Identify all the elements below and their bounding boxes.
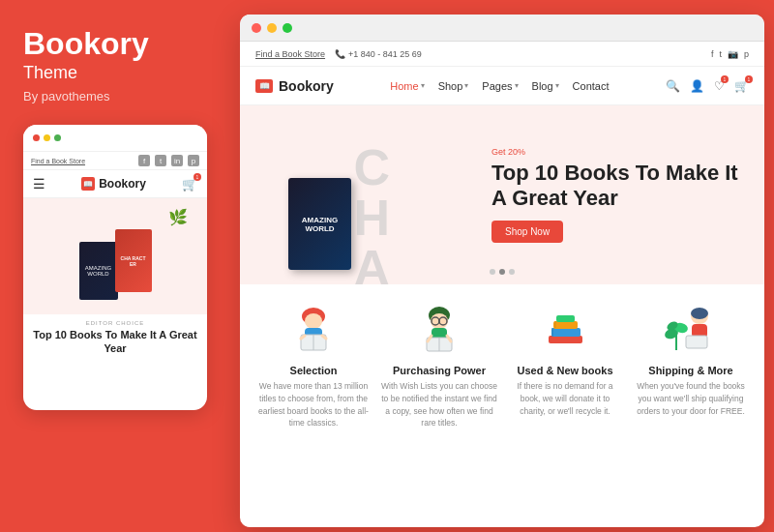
mobile-instagram-icon: in bbox=[171, 155, 183, 166]
website-find-link[interactable]: Find a Book Store bbox=[255, 49, 325, 59]
website-logo-text: Bookory bbox=[279, 78, 334, 94]
nav-pages[interactable]: Pages ▾ bbox=[482, 80, 518, 92]
hero-dot-1[interactable] bbox=[490, 269, 495, 275]
instagram-icon[interactable]: 📷 bbox=[728, 49, 738, 59]
search-icon[interactable]: 🔍 bbox=[666, 79, 680, 93]
features-section: Selection We have more than 13 million t… bbox=[240, 284, 764, 449]
mobile-logo: 📖 Bookory bbox=[81, 177, 146, 191]
phone-icon: 📞 bbox=[335, 49, 345, 59]
mobile-hero-books: AMAZING WORLD CHA RACT ER bbox=[79, 213, 152, 300]
brand-title: Bookory Theme bbox=[23, 27, 217, 83]
svg-rect-18 bbox=[551, 328, 580, 337]
feature-purchasing-power: Purchasing Power With Wish Lists you can… bbox=[381, 304, 497, 429]
feature-purchasing-desc: With Wish Lists you can choose to be not… bbox=[381, 380, 497, 429]
feature-shipping-desc: When you've found the books you want we'… bbox=[633, 380, 749, 417]
mobile-pinterest-icon: p bbox=[188, 155, 199, 166]
hero-book-stack: AMAZING WORLD CHAR bbox=[259, 125, 453, 275]
wishlist-badge: 1 bbox=[721, 75, 729, 83]
website-logo: 📖 Bookory bbox=[255, 78, 334, 94]
home-arrow-icon: ▾ bbox=[421, 81, 425, 90]
mobile-mockup: Find a Book Store f t in p ☰ 📖 Bookory 🛒… bbox=[23, 125, 207, 410]
website-nav-icons: 🔍 👤 ♡ 1 🛒 1 bbox=[666, 79, 749, 93]
facebook-icon[interactable]: f bbox=[711, 49, 714, 59]
hero-char-visual: CHAR bbox=[354, 142, 436, 263]
pinterest-icon[interactable]: p bbox=[744, 49, 749, 59]
mobile-editor-choice: EDITOR CHOICE Top 10 Books To Make It A … bbox=[23, 314, 207, 356]
cart-icon[interactable]: 🛒 1 bbox=[734, 79, 749, 93]
mobile-find-link[interactable]: Find a Book Store bbox=[31, 158, 85, 164]
brand-name: Bookory bbox=[23, 27, 217, 61]
browser-dot-red[interactable] bbox=[252, 23, 261, 33]
hero-book-world: AMAZING WORLD bbox=[288, 178, 351, 270]
feature-selection-desc: We have more than 13 million titles to c… bbox=[255, 380, 372, 429]
user-icon[interactable]: 👤 bbox=[690, 79, 704, 93]
svg-rect-17 bbox=[549, 336, 582, 343]
mobile-topbar bbox=[23, 125, 207, 152]
wishlist-icon[interactable]: ♡ 1 bbox=[714, 79, 725, 93]
selection-svg bbox=[287, 307, 341, 355]
pages-arrow-icon: ▾ bbox=[515, 81, 519, 90]
svg-rect-20 bbox=[556, 315, 575, 322]
mobile-book-2: CHA RACT ER bbox=[115, 229, 152, 292]
blog-arrow-icon: ▾ bbox=[555, 81, 559, 90]
brand-subtitle: Theme bbox=[23, 63, 217, 83]
nav-shop[interactable]: Shop ▾ bbox=[438, 80, 469, 92]
hero-dot-3[interactable] bbox=[509, 269, 515, 275]
website-topbar: Find a Book Store 📞 +1 840 - 841 25 69 f… bbox=[240, 42, 764, 67]
char-text: CHAR bbox=[354, 142, 389, 285]
mobile-twitter-icon: t bbox=[155, 155, 166, 166]
used-new-illustration bbox=[536, 304, 594, 357]
hero-books-container: AMAZING WORLD CHAR bbox=[259, 115, 482, 275]
twitter-icon[interactable]: t bbox=[719, 49, 722, 59]
hero-title: Top 10 Books To Make It A Great Year bbox=[491, 161, 745, 212]
left-panel: Bookory Theme By pavothemes Find a Book … bbox=[0, 0, 240, 532]
brand-by: By pavothemes bbox=[23, 89, 217, 103]
mobile-hamburger-icon[interactable]: ☰ bbox=[33, 176, 45, 192]
website-topbar-left: Find a Book Store 📞 +1 840 - 841 25 69 bbox=[255, 49, 422, 59]
mobile-dot-yellow bbox=[44, 134, 50, 141]
shipping-illustration bbox=[662, 304, 720, 357]
feature-purchasing-title: Purchasing Power bbox=[393, 365, 486, 376]
hero-shop-button[interactable]: Shop Now bbox=[491, 221, 563, 243]
mobile-cart-badge: 1 bbox=[194, 173, 201, 181]
nav-blog[interactable]: Blog ▾ bbox=[532, 80, 559, 92]
website-hero: AMAZING WORLD CHAR Get 20% Top 10 Books … bbox=[240, 105, 764, 284]
svg-point-1 bbox=[305, 313, 322, 329]
svg-point-24 bbox=[691, 308, 708, 319]
mobile-hero: AMAZING WORLD CHA RACT ER 🌿 bbox=[23, 198, 207, 314]
mobile-window-dots bbox=[33, 134, 61, 141]
logo-book-icon: 📖 bbox=[255, 79, 273, 93]
mobile-logo-icon: 📖 bbox=[81, 177, 95, 191]
phone-number: +1 840 - 841 25 69 bbox=[348, 49, 422, 59]
feature-selection-title: Selection bbox=[290, 365, 338, 376]
website-navbar: 📖 Bookory Home ▾ Shop ▾ Pages ▾ Blog ▾ C… bbox=[240, 67, 764, 105]
feature-selection: Selection We have more than 13 million t… bbox=[255, 304, 372, 429]
feature-used-new-title: Used & New books bbox=[517, 365, 612, 376]
used-new-svg bbox=[539, 307, 592, 355]
mobile-cart-icon[interactable]: 🛒 1 bbox=[182, 177, 197, 192]
mobile-dot-green bbox=[54, 134, 61, 141]
hero-small-text: Get 20% bbox=[491, 147, 745, 157]
nav-home[interactable]: Home ▾ bbox=[390, 80, 424, 92]
cart-badge: 1 bbox=[745, 75, 753, 83]
hero-text-content: Get 20% Top 10 Books To Make It A Great … bbox=[482, 147, 745, 244]
shipping-svg bbox=[665, 307, 718, 355]
feature-shipping-title: Shipping & More bbox=[648, 365, 732, 376]
browser-window: Find a Book Store 📞 +1 840 - 841 25 69 f… bbox=[240, 15, 764, 527]
hero-dot-2[interactable] bbox=[499, 269, 505, 275]
mobile-leaf-icon: 🌿 bbox=[168, 208, 188, 226]
mobile-logo-text: Bookory bbox=[99, 177, 146, 191]
browser-dot-yellow[interactable] bbox=[267, 23, 277, 33]
browser-dot-green[interactable] bbox=[283, 23, 292, 33]
svg-rect-30 bbox=[686, 336, 707, 348]
feature-used-new-desc: If there is no demand for a book, we wil… bbox=[507, 380, 623, 417]
website-nav-links: Home ▾ Shop ▾ Pages ▾ Blog ▾ Contact bbox=[390, 80, 609, 92]
hero-carousel-dots bbox=[490, 269, 515, 275]
shop-arrow-icon: ▾ bbox=[464, 81, 468, 90]
mobile-nav: ☰ 📖 Bookory 🛒 1 bbox=[23, 170, 207, 198]
mobile-book-1: AMAZING WORLD bbox=[79, 242, 118, 300]
website-phone: 📞 +1 840 - 841 25 69 bbox=[335, 49, 422, 59]
nav-contact[interactable]: Contact bbox=[573, 80, 610, 92]
website-social-icons: f t 📷 p bbox=[711, 49, 749, 59]
mobile-social-icons: f t in p bbox=[138, 155, 199, 166]
